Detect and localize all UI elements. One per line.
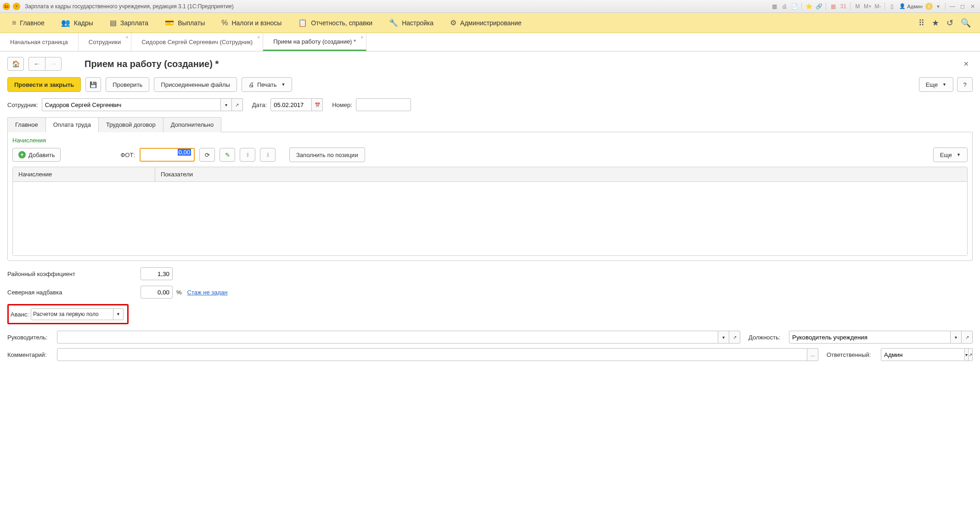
window-title: Зарплата и кадры государственного учрежд… bbox=[25, 3, 234, 10]
user-badge[interactable]: 👤 Админ bbox=[897, 3, 924, 9]
calendar2-icon[interactable]: 31 bbox=[839, 2, 848, 11]
info-icon[interactable]: i bbox=[925, 3, 933, 10]
history-icon[interactable]: 🔗 bbox=[814, 2, 823, 11]
comm-more-button[interactable]: … bbox=[807, 348, 818, 361]
avans-highlight: Аванс: Расчетом за первую поло ▼ bbox=[7, 304, 129, 324]
tb-icon-1[interactable]: ▦ bbox=[770, 2, 779, 11]
menu-salary[interactable]: ▤ Зарплата bbox=[101, 13, 157, 33]
tab-employee-card[interactable]: Сидоров Сергей Сергеевич (Сотрудник) × bbox=[131, 33, 263, 51]
subtab-contract[interactable]: Трудовой договор bbox=[98, 117, 163, 132]
menu-taxes[interactable]: % Налоги и взносы bbox=[213, 13, 290, 33]
page-title: Прием на работу (создание) * bbox=[84, 59, 219, 69]
menu-personnel[interactable]: 👥 Кадры bbox=[53, 13, 101, 33]
panel-title: Начисления bbox=[12, 137, 968, 144]
add-button[interactable]: + Добавить bbox=[12, 148, 61, 162]
menu-admin-label: Администрирование bbox=[460, 19, 522, 27]
tb-icon-2[interactable]: 🖨 bbox=[780, 2, 789, 11]
menu-payments[interactable]: 💳 Выплаты bbox=[157, 13, 213, 33]
m-minus-icon[interactable]: M- bbox=[873, 2, 882, 11]
tb-icon-3[interactable]: 📄 bbox=[790, 2, 799, 11]
minimize-icon[interactable]: — bbox=[948, 2, 957, 11]
employee-label: Сотрудник: bbox=[7, 102, 38, 108]
calendar-icon[interactable]: ▦ bbox=[828, 2, 838, 11]
dolzh-open-button[interactable]: ↗ bbox=[962, 331, 973, 344]
avans-label: Аванс: bbox=[11, 311, 29, 318]
more-button[interactable]: Еще ▼ bbox=[919, 77, 953, 92]
tab-hiring[interactable]: Прием на работу (создание) * × bbox=[263, 33, 366, 51]
user-icon: 👤 bbox=[899, 3, 906, 9]
staz-link[interactable]: Стаж не задан bbox=[187, 289, 228, 296]
menu-settings[interactable]: 🔧 Настройка bbox=[381, 13, 442, 33]
subtab-main[interactable]: Главное bbox=[7, 117, 46, 132]
attached-files-button[interactable]: Присоединенные файлы bbox=[154, 77, 237, 92]
dolzh-input[interactable] bbox=[789, 331, 951, 344]
fot-input[interactable]: 0,00 bbox=[140, 148, 195, 162]
menu-reports[interactable]: 📋 Отчетность, справки bbox=[290, 13, 381, 33]
close-window-icon[interactable]: ✕ bbox=[968, 2, 977, 11]
close-icon[interactable]: × bbox=[360, 35, 363, 40]
people-icon: 👥 bbox=[61, 18, 70, 27]
menu-main[interactable]: ≡ Главное bbox=[4, 13, 53, 33]
tab-employees[interactable]: Сотрудники × bbox=[79, 33, 131, 51]
close-icon[interactable]: × bbox=[257, 35, 260, 40]
titlebar: 1c ▾ Зарплата и кадры государственного у… bbox=[0, 0, 980, 13]
m-plus-icon[interactable]: M+ bbox=[863, 2, 872, 11]
dolzh-dropdown-button[interactable]: ▾ bbox=[951, 331, 962, 344]
close-page-icon[interactable]: ✕ bbox=[960, 58, 973, 69]
apps-icon[interactable]: ⠿ bbox=[918, 18, 924, 28]
number-input[interactable] bbox=[356, 98, 411, 111]
help-button[interactable]: ? bbox=[957, 77, 973, 92]
dropdown-icon[interactable]: ▾ bbox=[934, 2, 943, 11]
otv-input[interactable] bbox=[881, 348, 965, 361]
submit-close-button[interactable]: Провести и закрыть bbox=[7, 77, 81, 92]
subtab-main-label: Главное bbox=[15, 121, 38, 128]
ruk-input[interactable] bbox=[57, 331, 718, 344]
menu-settings-label: Настройка bbox=[402, 19, 434, 27]
avans-dropdown-button[interactable]: ▼ bbox=[113, 308, 124, 320]
subtab-payment-label: Оплата труда bbox=[53, 121, 91, 128]
star-icon[interactable]: ★ bbox=[932, 18, 939, 28]
date-picker-button[interactable]: 📅 bbox=[312, 98, 323, 111]
panel-icon[interactable]: ▯ bbox=[887, 2, 896, 11]
ruk-open-button[interactable]: ↗ bbox=[729, 331, 740, 344]
subtab-payment[interactable]: Оплата труда bbox=[45, 117, 99, 132]
date-input[interactable] bbox=[270, 98, 312, 111]
sn-input[interactable] bbox=[141, 286, 173, 299]
panel-more-button[interactable]: Еще ▼ bbox=[933, 147, 968, 162]
refresh-button[interactable]: ⟳ bbox=[199, 148, 215, 162]
table-body[interactable] bbox=[13, 182, 967, 255]
menu-admin[interactable]: ⚙ Администрирование bbox=[442, 13, 530, 33]
chevron-down-icon: ▼ bbox=[282, 82, 286, 87]
app-dropdown-icon[interactable]: ▾ bbox=[13, 3, 20, 10]
save-button[interactable]: 💾 bbox=[85, 77, 101, 92]
otv-dropdown-button[interactable]: ▾ bbox=[965, 348, 969, 361]
employee-open-button[interactable]: ↗ bbox=[232, 98, 243, 111]
maximize-icon[interactable]: ◻ bbox=[958, 2, 967, 11]
employee-dropdown-button[interactable]: ▾ bbox=[221, 98, 232, 111]
ruk-dropdown-button[interactable]: ▾ bbox=[718, 331, 729, 344]
more-label: Еще bbox=[926, 81, 938, 88]
rk-input[interactable] bbox=[141, 267, 173, 280]
edit-button[interactable]: ✎ bbox=[220, 148, 235, 162]
chevron-down-icon: ▼ bbox=[942, 82, 946, 87]
search-icon[interactable]: 🔍 bbox=[961, 18, 971, 28]
check-button[interactable]: Проверить bbox=[106, 77, 149, 92]
m-icon[interactable]: M bbox=[853, 2, 862, 11]
back-button[interactable]: ← bbox=[28, 57, 45, 71]
card-icon: 💳 bbox=[165, 18, 174, 27]
print-button[interactable]: 🖨 Печать ▼ bbox=[242, 77, 293, 92]
favorite-icon[interactable]: ⭐ bbox=[804, 2, 813, 11]
fill-by-position-button[interactable]: Заполнить по позиции bbox=[289, 147, 365, 162]
avans-select[interactable]: Расчетом за первую поло bbox=[31, 308, 113, 320]
attached-files-label: Присоединенные файлы bbox=[161, 81, 230, 88]
plus-icon: + bbox=[18, 151, 26, 158]
history2-icon[interactable]: ↺ bbox=[946, 18, 953, 28]
tab-start-page[interactable]: Начальная страница bbox=[0, 33, 79, 51]
otv-open-button[interactable]: ↗ bbox=[969, 348, 973, 361]
close-icon[interactable]: × bbox=[125, 35, 128, 40]
dolzh-label: Должность: bbox=[749, 334, 785, 341]
home-button[interactable]: 🏠 bbox=[7, 57, 24, 71]
comm-input[interactable] bbox=[57, 348, 807, 361]
employee-input[interactable] bbox=[42, 98, 221, 111]
subtab-additional[interactable]: Дополнительно bbox=[163, 117, 222, 132]
